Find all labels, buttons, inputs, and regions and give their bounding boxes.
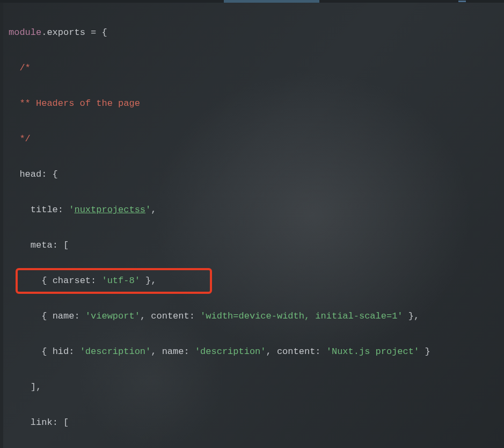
code-line: { name: 'viewport', content: 'width=devi…	[3, 307, 504, 325]
code-line: title: 'nuxtprojectss',	[3, 201, 504, 219]
code-line: link: [	[3, 414, 504, 431]
code-line: head: {	[3, 165, 504, 183]
code-line: /*	[3, 59, 504, 77]
code-line: ** Headers of the page	[3, 95, 504, 112]
tab-icon[interactable]	[458, 1, 466, 2]
code-line: { charset: 'utf-8' },	[3, 272, 504, 290]
code-line: */	[3, 130, 504, 148]
code-line: ],	[3, 378, 504, 396]
code-line: { hid: 'description', name: 'description…	[3, 343, 504, 360]
code-line: meta: [	[3, 236, 504, 254]
code-editor[interactable]: module.exports = { /* ** Headers of the …	[3, 3, 504, 448]
code-line: module.exports = {	[3, 24, 504, 41]
link-title[interactable]: nuxtprojectss	[74, 205, 145, 215]
keyword-module: module	[9, 27, 41, 38]
